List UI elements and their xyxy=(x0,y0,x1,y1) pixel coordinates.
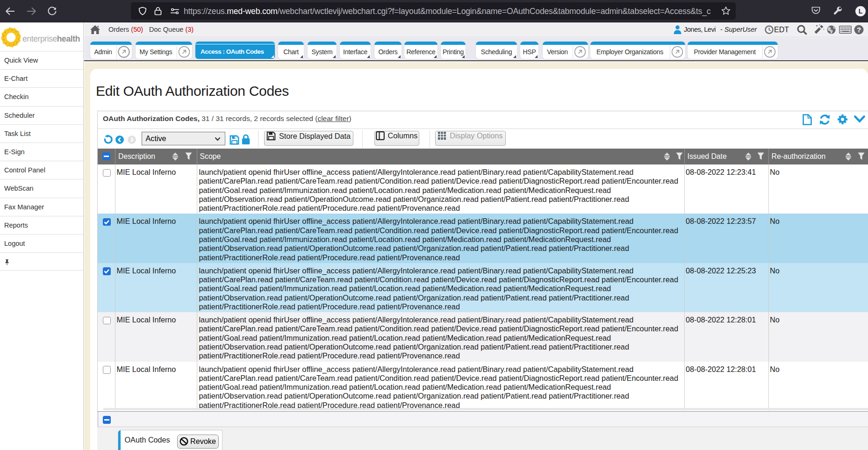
svg-text:?: ? xyxy=(857,26,861,34)
